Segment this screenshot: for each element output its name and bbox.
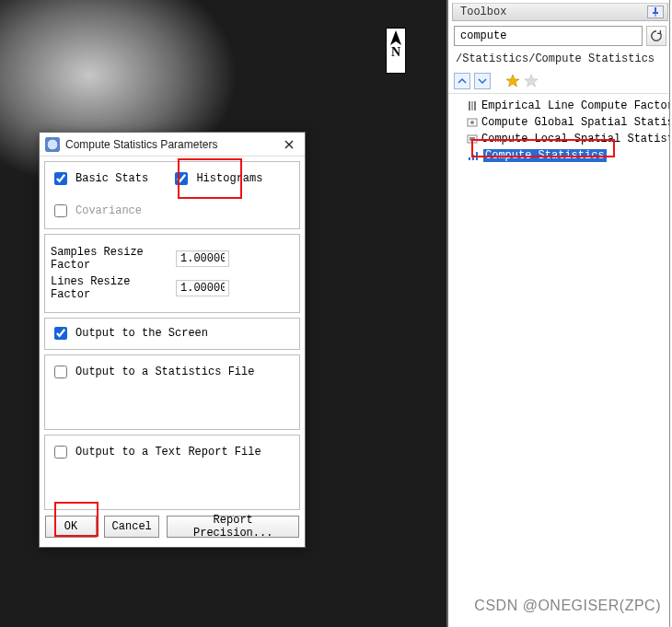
tree-item-label: Empirical Line Compute Factors a bbox=[481, 99, 672, 112]
basic-stats-checkbox[interactable]: Basic Stats bbox=[51, 169, 148, 188]
panel-resize: Samples Resize Factor Lines Resize Facto… bbox=[44, 234, 300, 313]
tree-item[interactable]: Empirical Line Compute Factors a bbox=[454, 98, 670, 114]
basic-stats-input[interactable] bbox=[54, 172, 67, 185]
cancel-button[interactable]: Cancel bbox=[104, 516, 159, 538]
lines-resize-label: Lines Resize Factor bbox=[51, 275, 170, 301]
search-input[interactable] bbox=[454, 26, 643, 46]
output-stats-file-checkbox[interactable]: Output to a Statistics File bbox=[51, 363, 254, 381]
svg-marker-0 bbox=[390, 30, 401, 45]
output-text-file-checkbox[interactable]: Output to a Text Report File bbox=[51, 443, 261, 461]
svg-rect-14 bbox=[472, 155, 474, 160]
pin-button[interactable] bbox=[647, 6, 664, 18]
favorite-star-disabled-icon bbox=[524, 74, 539, 88]
tool-icon bbox=[467, 117, 478, 128]
output-stats-file-label: Output to a Statistics File bbox=[75, 366, 254, 378]
chevron-up-icon bbox=[458, 76, 467, 86]
watermark: CSDN @ONEGISER(ZPC) bbox=[474, 598, 661, 614]
output-text-file-label: Output to a Text Report File bbox=[75, 446, 261, 459]
tool-icon bbox=[467, 134, 478, 145]
pin-icon bbox=[651, 7, 660, 17]
panel-stats-options: Basic Stats Histograms Covariance bbox=[44, 161, 300, 229]
tree-item-label: Compute Statistics bbox=[483, 149, 607, 162]
panel-output-text-file: Output to a Text Report File bbox=[44, 435, 300, 510]
app-icon bbox=[45, 137, 60, 152]
collapse-all-button[interactable] bbox=[454, 73, 470, 89]
svg-rect-7 bbox=[471, 101, 473, 110]
breadcrumb: /Statistics/Compute Statistics bbox=[448, 49, 672, 71]
svg-rect-12 bbox=[469, 137, 475, 141]
svg-point-10 bbox=[470, 121, 474, 124]
tree-item-label: Compute Local Spatial Statistic: bbox=[481, 133, 672, 145]
lines-resize-input[interactable] bbox=[176, 280, 229, 296]
svg-rect-13 bbox=[469, 157, 470, 160]
tree-item[interactable]: Compute Global Spatial Statistic bbox=[454, 114, 670, 131]
basic-stats-label: Basic Stats bbox=[75, 172, 148, 185]
svg-marker-4 bbox=[506, 75, 519, 87]
tree-item-selected[interactable]: Compute Statistics bbox=[454, 147, 670, 164]
close-icon bbox=[284, 140, 294, 149]
panel-output-stats-file: Output to a Statistics File bbox=[44, 354, 300, 430]
histograms-input[interactable] bbox=[175, 172, 188, 185]
svg-rect-6 bbox=[469, 101, 470, 110]
covariance-checkbox[interactable]: Covariance bbox=[51, 202, 142, 220]
histograms-label: Histograms bbox=[196, 172, 262, 185]
right-pane: Toolbox /Statistics/Compute Statistics bbox=[446, 0, 672, 627]
samples-resize-label: Samples Resize Factor bbox=[51, 246, 170, 272]
compute-statistics-dialog: Compute Statistics Parameters Basic Stat… bbox=[39, 132, 306, 548]
svg-marker-5 bbox=[525, 75, 538, 87]
output-screen-label: Output to the Screen bbox=[75, 327, 208, 340]
app-stage: N Toolbox /Statistics/Compu bbox=[0, 0, 672, 627]
tree-item-label: Compute Global Spatial Statistic bbox=[481, 116, 672, 129]
svg-rect-15 bbox=[476, 152, 478, 160]
north-label: N bbox=[391, 45, 400, 60]
tool-tree[interactable]: Empirical Line Compute Factors a Compute… bbox=[448, 94, 672, 168]
north-arrow: N bbox=[386, 28, 406, 74]
tool-icon bbox=[467, 150, 480, 161]
svg-rect-8 bbox=[474, 101, 476, 110]
dialog-titlebar[interactable]: Compute Statistics Parameters bbox=[40, 133, 305, 157]
ok-button[interactable]: OK bbox=[45, 516, 97, 538]
tool-icon bbox=[467, 100, 478, 111]
search-row bbox=[448, 23, 672, 49]
svg-rect-3 bbox=[655, 14, 656, 17]
tree-item[interactable]: Compute Local Spatial Statistic: bbox=[454, 131, 670, 147]
output-stats-file-input[interactable] bbox=[54, 366, 67, 378]
output-text-file-input[interactable] bbox=[54, 446, 67, 459]
covariance-input[interactable] bbox=[54, 204, 67, 217]
refresh-icon bbox=[650, 29, 663, 42]
expand-all-button[interactable] bbox=[474, 73, 491, 89]
covariance-label: Covariance bbox=[75, 204, 142, 217]
close-button[interactable] bbox=[277, 135, 301, 154]
toolbox-header: Toolbox bbox=[452, 3, 668, 21]
dialog-title: Compute Statistics Parameters bbox=[65, 138, 217, 151]
chevron-down-icon bbox=[478, 76, 487, 86]
histograms-checkbox[interactable]: Histograms bbox=[171, 169, 262, 188]
panel-output-screen: Output to the Screen bbox=[44, 318, 300, 350]
report-precision-button[interactable]: Report Precision... bbox=[167, 516, 299, 538]
refresh-button[interactable] bbox=[646, 26, 666, 46]
output-screen-checkbox[interactable]: Output to the Screen bbox=[51, 324, 208, 343]
output-screen-input[interactable] bbox=[54, 327, 67, 340]
dialog-button-row: OK Cancel Report Precision... bbox=[45, 516, 299, 538]
samples-resize-input[interactable] bbox=[176, 250, 229, 267]
toolbox-title: Toolbox bbox=[460, 6, 506, 18]
favorite-star-icon[interactable] bbox=[505, 74, 520, 88]
tree-toolbar bbox=[448, 71, 672, 94]
svg-rect-2 bbox=[653, 12, 658, 14]
